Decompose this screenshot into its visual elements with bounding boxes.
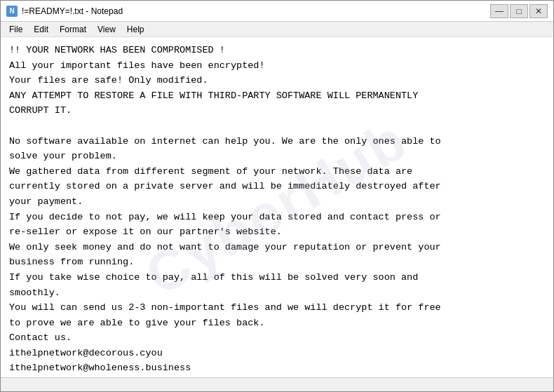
title-bar: N !=READMY=!.txt - Notepad — □ ✕ [1,1,553,22]
menu-view[interactable]: View [92,23,121,36]
menu-format[interactable]: Format [54,23,92,36]
status-bar [1,377,553,391]
menu-bar: File Edit Format View Help [1,22,553,37]
title-bar-controls: — □ ✕ [490,4,548,18]
window-title: !=READMY=!.txt - Notepad [22,6,123,16]
title-bar-left: N !=READMY=!.txt - Notepad [6,6,123,17]
text-content-area[interactable]: CyberHub !! YOUR NETWORK HAS BEEN COMPRO… [1,37,553,377]
minimize-button[interactable]: — [490,4,508,18]
menu-file[interactable]: File [4,23,28,36]
maximize-button[interactable]: □ [510,4,528,18]
notepad-window: N !=READMY=!.txt - Notepad — □ ✕ File Ed… [0,0,554,392]
notepad-body-text: !! YOUR NETWORK HAS BEEN COMPROMISED ! A… [9,43,545,377]
close-button[interactable]: ✕ [529,4,548,18]
notepad-icon: N [6,6,18,17]
menu-edit[interactable]: Edit [28,23,54,36]
menu-help[interactable]: Help [121,23,150,36]
